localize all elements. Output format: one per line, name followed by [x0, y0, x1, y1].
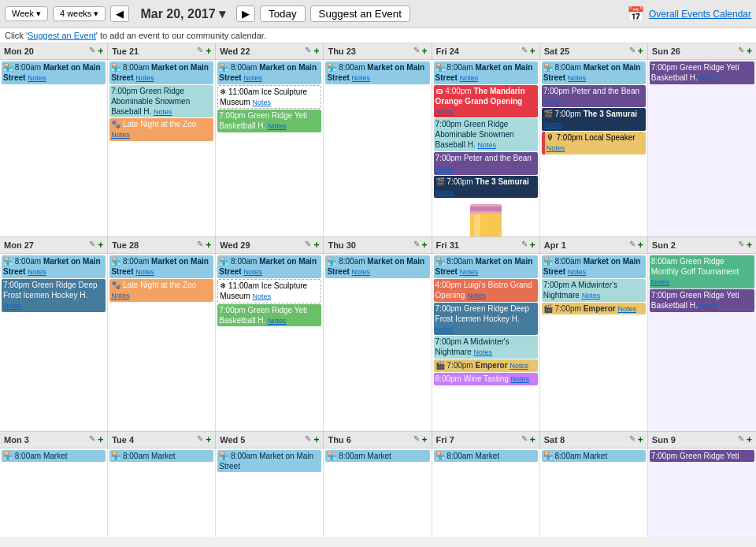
edit-icon-fri24[interactable]: ✎	[521, 46, 528, 57]
next-btn[interactable]: ▶	[236, 6, 255, 22]
edit-icon-sat25[interactable]: ✎	[629, 46, 636, 57]
event-local-sat25[interactable]: 🎙 7:00pm Local Speaker Notes	[542, 132, 646, 154]
event-midwinter-apr1[interactable]: 7:00pm A Midwinter's Nightmare Notes	[542, 279, 646, 302]
edit-icon-fri31[interactable]: ✎	[521, 240, 528, 251]
event-market-tue4[interactable]: 🏪 8:00am Market	[109, 450, 213, 462]
event-market-tue28[interactable]: 🏪 8:00am Market on Main Street Notes	[109, 255, 213, 278]
edit-icon-wed5[interactable]: ✎	[305, 434, 311, 445]
event-market-sat8[interactable]: 🏪 8:00am Market	[542, 450, 646, 462]
add-icon-wed29[interactable]: +	[313, 240, 319, 251]
event-market-wed22[interactable]: 🏪 8:00am Market on Main Street Notes	[217, 61, 321, 84]
edit-icon-sun9[interactable]: ✎	[738, 434, 744, 445]
event-market-thu6[interactable]: 🏪 8:00am Market	[325, 450, 429, 462]
event-market-tue21[interactable]: 🏪 8:00am Market on Main Street Notes	[109, 61, 213, 84]
event-market-mon3[interactable]: 🏪 8:00am Market	[2, 450, 106, 462]
event-ice-wed29[interactable]: ❄ 11:00am Ice Sculpture Museum Notes	[217, 279, 321, 303]
event-basketball-sun9[interactable]: 7:00pm Green Ridge Yeti	[650, 450, 754, 462]
event-late-tue21[interactable]: 🐾 Late Night at the Zoo Notes	[109, 118, 213, 141]
event-icemen-fri31[interactable]: 7:00pm Green Ridge Deep Frost Icemen Hoc…	[434, 303, 538, 336]
event-samurai-fri24[interactable]: 🎬 7:00pm The 3 Samurai Notes	[434, 176, 538, 199]
event-late-tue28[interactable]: 🐾 Late Night at the Zoo Notes	[109, 279, 213, 302]
add-icon-sun9[interactable]: +	[747, 434, 752, 445]
event-market-fri31[interactable]: 🏪 8:00am Market on Main Street Notes	[434, 255, 538, 278]
edit-icon-thu6[interactable]: ✎	[413, 434, 420, 445]
edit-icon-mon20[interactable]: ✎	[89, 46, 95, 57]
event-snowmen-fri24[interactable]: 7:00pm Green Ridge Abominable Snowmen Ba…	[434, 118, 538, 151]
add-icon-mon3[interactable]: +	[98, 434, 103, 445]
add-icon-sun26[interactable]: +	[747, 46, 752, 57]
edit-icon-apr1[interactable]: ✎	[629, 240, 636, 251]
event-peter-fri24[interactable]: 7:00pm Peter and the Bean Notes	[434, 152, 538, 175]
edit-icon-tue4[interactable]: ✎	[197, 434, 203, 445]
add-icon-apr1[interactable]: +	[638, 240, 643, 251]
event-basketball-sun2[interactable]: 7:00pm Green Ridge Yeti Basketball H. No…	[650, 289, 754, 312]
edit-icon-tue21[interactable]: ✎	[197, 46, 203, 57]
event-samurai-sat25[interactable]: 🎬 7:00pm The 3 Samurai Notes	[542, 108, 646, 131]
event-icemen-mon27[interactable]: 7:00pm Green Ridge Deep Frost Icemen Hoc…	[2, 279, 106, 312]
event-market-thu30[interactable]: 🏪 8:00am Market on Main Street Notes	[325, 255, 429, 278]
pencil-svg	[450, 203, 521, 236]
add-icon-fri31[interactable]: +	[530, 240, 536, 251]
event-market-fri24[interactable]: 🏪 8:00am Market on Main Street Notes	[434, 61, 538, 84]
edit-icon-sun2[interactable]: ✎	[738, 240, 744, 251]
event-basketball-wed22[interactable]: 7:00pm Green Ridge Yeti Basketball H. No…	[217, 110, 321, 132]
add-icon-thu30[interactable]: +	[422, 240, 428, 251]
week-view-btn[interactable]: Week ▾	[5, 6, 48, 21]
event-ice-wed22[interactable]: ❄ 11:00am Ice Sculpture Museum Notes	[217, 85, 321, 110]
event-market-wed5[interactable]: 🏪 8:00am Market on Main Street	[217, 450, 321, 472]
event-market-sat25[interactable]: 🏪 8:00am Market on Main Street Notes	[542, 61, 646, 84]
event-market-fri7[interactable]: 🏪 8:00am Market	[434, 450, 538, 462]
edit-icon-tue28[interactable]: ✎	[197, 240, 203, 251]
event-snowmen-tue21[interactable]: 7:00pm Green Ridge Abominable Snowmen Ba…	[109, 85, 213, 118]
add-icon-mon27[interactable]: +	[98, 240, 103, 251]
add-icon-thu23[interactable]: +	[422, 46, 428, 57]
event-market-mon27[interactable]: 🏪 8:00am Market on Main Street Notes	[2, 255, 106, 278]
suggest-event-btn[interactable]: Suggest an Event	[310, 6, 410, 22]
prev-btn[interactable]: ◀	[110, 6, 129, 22]
add-icon-tue28[interactable]: +	[206, 240, 211, 251]
event-luigi-fri31[interactable]: 4:00pm Luigi's Bistro Grand Opening Note…	[434, 279, 538, 302]
edit-icon-mon3[interactable]: ✎	[89, 434, 95, 445]
add-icon-fri24[interactable]: +	[530, 46, 536, 57]
date-title[interactable]: Mar 20, 2017 ▾	[140, 6, 225, 21]
event-basketball-wed29[interactable]: 7:00pm Green Ridge Yeti Basketball H. No…	[217, 304, 321, 327]
add-icon-mon20[interactable]: +	[98, 46, 103, 57]
event-market-apr1[interactable]: 🏪 8:00am Market on Main Street Notes	[542, 255, 646, 278]
edit-icon-wed29[interactable]: ✎	[305, 240, 311, 251]
event-market-wed29[interactable]: 🏪 8:00am Market on Main Street Notes	[217, 255, 321, 278]
overall-calendar-link[interactable]: Overall Events Calendar	[649, 9, 751, 20]
event-market-thu23[interactable]: 🏪 8:00am Market on Main Street Notes	[325, 61, 429, 84]
add-icon-thu6[interactable]: +	[422, 434, 428, 445]
week-row-3: 🏪 8:00am Market 🏪 8:00am Market 🏪 8:00am…	[0, 448, 756, 537]
event-emperor-apr1[interactable]: 🎬 7:00pm Emperor Notes	[542, 303, 646, 315]
edit-icon-fri7[interactable]: ✎	[521, 434, 528, 445]
add-icon-fri7[interactable]: +	[530, 434, 536, 445]
edit-icon-sun26[interactable]: ✎	[738, 46, 744, 57]
add-icon-tue4[interactable]: +	[206, 434, 211, 445]
suggest-event-link[interactable]: Suggest an Event	[28, 31, 96, 40]
event-basketball-sun26[interactable]: 7:00pm Green Ridge Yeti Basketball H. No…	[650, 61, 754, 84]
range-btn[interactable]: 4 weeks ▾	[53, 6, 106, 21]
edit-icon-thu30[interactable]: ✎	[413, 240, 420, 251]
event-market-mon20[interactable]: 🏪 8:00am Market on Main Street Notes	[2, 61, 106, 84]
event-midwinter-fri31[interactable]: 7:00pm A Midwinter's Nightmare Notes	[434, 336, 538, 359]
add-icon-sun2[interactable]: +	[747, 240, 752, 251]
add-icon-sat25[interactable]: +	[638, 46, 643, 57]
edit-icon-sat8[interactable]: ✎	[629, 434, 636, 445]
add-icon-sat8[interactable]: +	[638, 434, 643, 445]
edit-icon-mon27[interactable]: ✎	[89, 240, 95, 251]
add-icon-wed5[interactable]: +	[313, 434, 319, 445]
svg-rect-5	[474, 214, 480, 236]
edit-icon-wed22[interactable]: ✎	[305, 46, 311, 57]
add-icon-wed22[interactable]: +	[313, 46, 319, 57]
calendar-icon: 📅	[627, 6, 644, 23]
edit-icon-thu23[interactable]: ✎	[413, 46, 420, 57]
event-mandarin-fri24[interactable]: 🎟 4:00pm The Mandarin Orange Grand Openi…	[434, 85, 538, 118]
week2-headers: Mon 27 ✎+ Tue 28 ✎+ Wed 29 ✎+ Thu 30 ✎+ …	[0, 237, 756, 254]
event-peter-sat25[interactable]: 7:00pm Peter and the Bean Notes	[542, 85, 646, 108]
event-wine-fri31[interactable]: 8:00pm Wine Tasting Notes	[434, 373, 538, 385]
add-icon-tue21[interactable]: +	[206, 46, 211, 57]
event-emperor-fri31[interactable]: 🎬 7:00pm Emperor Notes	[434, 359, 538, 372]
today-btn[interactable]: Today	[260, 6, 306, 22]
event-golf-sun2[interactable]: 8:00am Green Ridge Monthly Golf Tourname…	[650, 255, 754, 288]
